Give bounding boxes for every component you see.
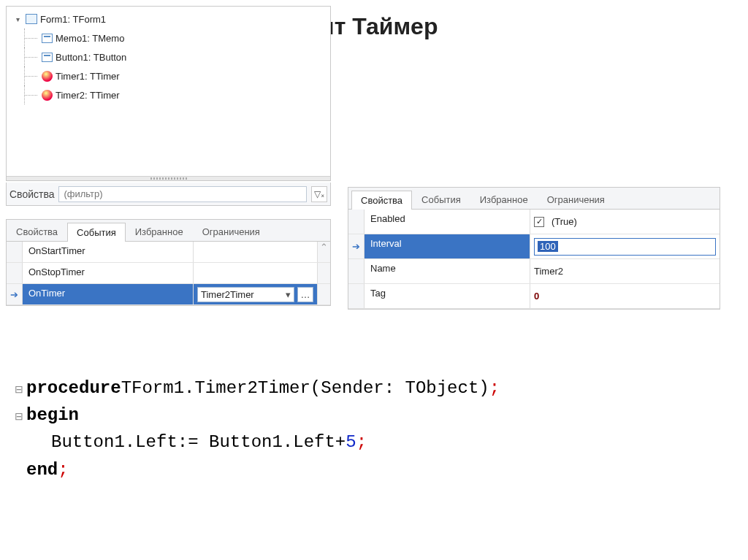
tree-item[interactable]: Memo1: TMemo	[9, 28, 327, 47]
filter-label: Свойства	[9, 188, 54, 200]
event-handler-dropdown[interactable]: Timer2Timer ▾	[197, 287, 294, 302]
property-name: Interval	[365, 234, 530, 258]
tab-favorites[interactable]: Избранное	[470, 190, 538, 209]
scrollbar-gutter	[317, 284, 330, 304]
code-keyword: procedure	[26, 375, 121, 402]
property-edit-input[interactable]: 100	[534, 238, 716, 256]
tab-restrictions[interactable]: Ограничения	[193, 222, 270, 241]
object-tree: ▾ Form1: TForm1 Memo1: TMemo Button1: TB…	[6, 6, 331, 181]
property-name: Name	[365, 259, 530, 283]
row-gutter	[7, 263, 23, 283]
code-text: Button1.Left:= Button1.Left+	[26, 429, 346, 456]
filter-bar: Свойства ▽ₓ	[6, 183, 331, 206]
properties-grid: Enabled ✓ (True) ➔ Interval 100 Name Tim…	[348, 210, 720, 309]
properties-tabs: Свойства События Избранное Ограничения	[348, 188, 720, 210]
property-value: 100	[538, 241, 558, 252]
code-keyword: begin	[26, 402, 79, 429]
filter-input[interactable]	[58, 186, 307, 202]
code-editor[interactable]: ⊟ procedure TForm1.Timer2Timer(Sender: T…	[6, 369, 742, 496]
row-gutter	[7, 242, 23, 262]
tree-item-label: Button1: TButton	[56, 52, 126, 63]
events-panel: Свойства События Избранное Ограничения O…	[6, 219, 331, 306]
component-icon	[42, 34, 53, 43]
tab-events[interactable]: События	[412, 190, 470, 209]
tree-item[interactable]: Button1: TButton	[9, 47, 327, 66]
property-value: (True)	[552, 216, 577, 227]
event-row-selected[interactable]: ➔ OnTimer Timer2Timer ▾ …	[7, 284, 330, 305]
arrow-right-icon: ➔	[7, 284, 23, 304]
property-name: Enabled	[365, 210, 530, 234]
tab-events[interactable]: События	[67, 223, 126, 242]
event-value[interactable]	[193, 263, 317, 283]
form-icon	[26, 14, 37, 24]
fold-minus-icon[interactable]: ⊟	[12, 382, 26, 398]
code-punct: ;	[58, 456, 68, 483]
event-handler-value: Timer2Timer	[201, 289, 254, 300]
tab-favorites[interactable]: Избранное	[126, 222, 193, 241]
row-gutter	[348, 284, 365, 308]
timer-icon	[42, 90, 53, 101]
tab-properties[interactable]: Свойства	[351, 191, 412, 210]
property-value[interactable]: Timer2	[530, 259, 720, 283]
event-row[interactable]: OnStopTimer	[7, 263, 330, 284]
timer-icon	[42, 71, 53, 82]
arrow-right-icon: ➔	[348, 234, 365, 258]
tree-root-label: Form1: TForm1	[40, 14, 106, 25]
event-value-cell: Timer2Timer ▾ …	[193, 284, 317, 304]
event-name: OnTimer	[23, 284, 193, 304]
tab-restrictions[interactable]: Ограничения	[538, 190, 614, 209]
row-gutter	[348, 210, 365, 234]
component-icon	[42, 53, 53, 62]
events-grid: OnStartTimer ⌃ OnStopTimer ➔ OnTimer Tim…	[7, 242, 330, 305]
chevron-down-icon[interactable]: ▾	[12, 14, 23, 24]
property-value-cell[interactable]: ✓ (True)	[530, 210, 720, 234]
code-text: TForm1.Timer2Timer(Sender: TObject)	[121, 375, 489, 402]
property-row[interactable]: Enabled ✓ (True)	[348, 210, 720, 234]
tree-item-label: Timer2: TTimer	[56, 90, 120, 101]
row-gutter	[348, 259, 365, 283]
tree-item[interactable]: Timer1: TTimer	[9, 66, 327, 85]
property-value-cell: 100	[530, 234, 720, 258]
event-row[interactable]: OnStartTimer ⌃	[7, 242, 330, 263]
code-keyword: end	[26, 456, 58, 483]
scrollbar-gutter	[317, 263, 330, 283]
tree-root-row[interactable]: ▾ Form1: TForm1	[9, 9, 327, 28]
fold-gutter	[12, 464, 26, 480]
property-row[interactable]: Tag 0	[348, 284, 720, 309]
funnel-icon[interactable]: ▽ₓ	[311, 186, 327, 202]
ellipsis-button[interactable]: …	[297, 287, 313, 302]
event-name: OnStopTimer	[23, 263, 193, 283]
splitter-grip[interactable]	[7, 176, 330, 180]
property-row[interactable]: Name Timer2	[348, 259, 720, 284]
code-number: 5	[346, 429, 356, 456]
fold-gutter	[12, 436, 26, 452]
event-value[interactable]	[193, 242, 317, 262]
fold-minus-icon[interactable]: ⊟	[12, 409, 26, 425]
property-name: Tag	[365, 284, 530, 308]
property-value[interactable]: 0	[530, 284, 720, 308]
tab-properties[interactable]: Свойства	[7, 222, 67, 241]
tree-item-label: Timer1: TTimer	[56, 71, 120, 82]
chevron-down-icon[interactable]: ▾	[286, 289, 291, 300]
property-row-selected[interactable]: ➔ Interval 100	[348, 234, 720, 259]
properties-panel: Свойства События Избранное Ограничения E…	[348, 187, 720, 310]
tree-item[interactable]: Timer2: TTimer	[9, 85, 327, 104]
event-name: OnStartTimer	[23, 242, 193, 262]
events-tabs: Свойства События Избранное Ограничения	[7, 220, 330, 242]
code-punct: ;	[356, 429, 367, 456]
tree-item-label: Memo1: TMemo	[56, 33, 124, 44]
scroll-up-icon[interactable]: ⌃	[317, 242, 330, 262]
checkbox-icon[interactable]: ✓	[534, 217, 544, 227]
code-punct: ;	[489, 375, 500, 402]
